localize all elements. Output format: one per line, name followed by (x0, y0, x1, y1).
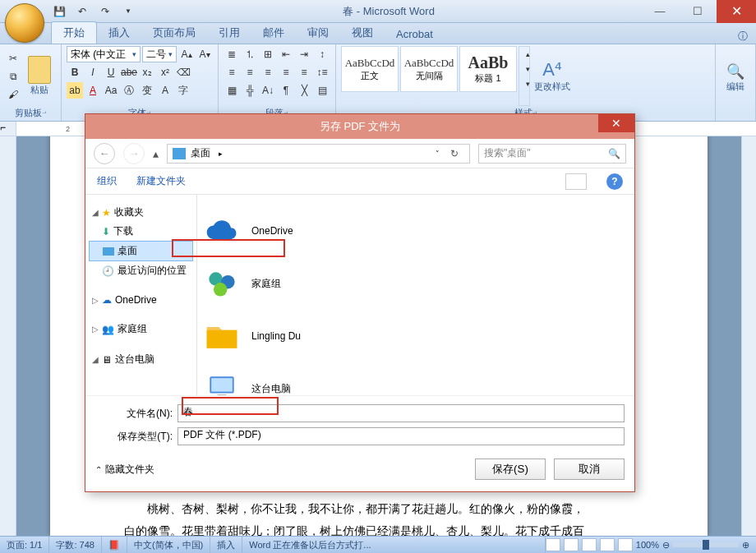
bold-button[interactable]: B (67, 64, 83, 81)
address-bar[interactable]: 桌面 ▸ ˅ ↻ (167, 144, 470, 164)
format-painter-icon[interactable]: 🖌 (5, 86, 21, 103)
line-spacing-button[interactable]: ↕≡ (314, 64, 330, 81)
underline-button[interactable]: U (103, 64, 119, 81)
zoom-slider[interactable] (673, 542, 739, 547)
multilevel-list-button[interactable]: ⊞ (260, 46, 276, 62)
content-item-onedrive[interactable]: OneDrive (204, 205, 628, 257)
distributed-button[interactable]: ≡ (296, 64, 312, 81)
strikethrough-button[interactable]: abe (121, 64, 137, 81)
content-item-homegroup[interactable]: 家庭组 (204, 257, 628, 310)
numbering-button[interactable]: ⒈ (242, 46, 258, 62)
copy-icon[interactable]: ⧉ (5, 68, 21, 85)
qat-dropdown-icon[interactable]: ▼ (120, 3, 136, 20)
new-folder-button[interactable]: 新建文件夹 (136, 174, 186, 188)
search-input[interactable]: 搜索"桌面" 🔍 (478, 144, 626, 164)
filename-input[interactable]: 春 (177, 404, 625, 422)
vertical-ruler[interactable] (0, 136, 16, 536)
redo-icon[interactable]: ↷ (97, 3, 113, 20)
tab-insert[interactable]: 插入 (97, 22, 141, 44)
style-no-spacing[interactable]: AaBbCcDd 无间隔 (400, 46, 458, 92)
italic-button[interactable]: I (85, 64, 101, 81)
align-left-button[interactable]: ≡ (224, 64, 240, 81)
zoom-in-button[interactable]: ⊕ (742, 540, 749, 551)
maximize-button[interactable]: ☐ (679, 0, 717, 23)
view-web-icon[interactable] (582, 538, 597, 551)
subscript-button[interactable]: x₂ (139, 64, 155, 81)
help-button[interactable]: ? (606, 173, 623, 190)
cancel-button[interactable]: 取消 (554, 459, 625, 480)
char-border-button[interactable]: Ⓐ (121, 82, 137, 99)
font-size-combo[interactable]: 二号▾ (142, 46, 177, 62)
highlight-color-button[interactable]: ab (67, 82, 83, 99)
text-direction-button[interactable]: ↕ (314, 46, 330, 62)
hide-folders-button[interactable]: ⌃隐藏文件夹 (95, 463, 154, 477)
change-styles-button[interactable]: A⁴ 更改样式 (532, 46, 573, 106)
clear-format-icon[interactable]: ⌫ (175, 64, 191, 81)
justify-button[interactable]: ≡ (278, 64, 294, 81)
show-marks-button[interactable]: ¶ (278, 82, 294, 99)
vertical-scrollbar[interactable] (741, 136, 756, 536)
view-draft-icon[interactable] (618, 538, 633, 551)
align-right-button[interactable]: ≡ (260, 64, 276, 81)
tree-thispc[interactable]: ◢🖥这台电脑 (89, 350, 193, 369)
tree-recent[interactable]: 🕘最近访问的位置 (89, 261, 193, 280)
addr-dropdown-icon[interactable]: ˅ (436, 150, 440, 158)
sort-button[interactable]: A↓ (260, 82, 276, 99)
savetype-combo[interactable]: PDF 文件 (*.PDF) (177, 427, 625, 445)
font-color-button[interactable]: A (85, 82, 101, 99)
clipboard-group-label[interactable]: 剪贴板 (5, 106, 56, 121)
status-words[interactable]: 字数: 748 (49, 537, 101, 553)
enclosed-char-button[interactable]: A (157, 82, 173, 99)
shading-button[interactable]: ▦ (224, 82, 240, 99)
zoom-out-button[interactable]: ⊖ (662, 540, 670, 551)
status-proofing-icon[interactable]: 📕 (102, 537, 127, 553)
editing-button[interactable]: 🔍 编辑 (721, 46, 750, 108)
view-options-button[interactable] (565, 173, 587, 190)
view-outline-icon[interactable] (600, 538, 615, 551)
increase-indent-button[interactable]: ⇥ (296, 46, 312, 62)
save-button[interactable]: 保存(S) (475, 459, 546, 480)
tree-favorites[interactable]: ◢★收藏夹 (89, 203, 193, 222)
save-icon[interactable]: 💾 (51, 3, 67, 20)
snap-grid-button[interactable]: ▤ (314, 82, 330, 99)
office-button[interactable] (5, 3, 44, 43)
style-normal[interactable]: AaBbCcDd 正文 (341, 46, 399, 92)
folder-content[interactable]: OneDrive 家庭组 Lingling Du 这台电脑 (197, 195, 634, 395)
refresh-icon[interactable]: ↻ (445, 148, 464, 159)
nav-back-button[interactable]: ← (94, 143, 115, 164)
align-center-button[interactable]: ≡ (242, 64, 258, 81)
tree-onedrive[interactable]: ▷☁OneDrive (89, 292, 193, 308)
grow-font-icon[interactable]: A▴ (178, 46, 195, 62)
borders-button[interactable]: ╬ (242, 82, 258, 99)
dialog-close-button[interactable]: ✕ (598, 114, 634, 132)
tab-review[interactable]: 审阅 (296, 22, 340, 44)
cut-icon[interactable]: ✂ (5, 50, 21, 67)
tree-desktop[interactable]: 桌面 (89, 241, 193, 261)
tab-home[interactable]: 开始 (51, 21, 97, 44)
tab-references[interactable]: 引用 (207, 22, 251, 44)
change-case-button[interactable]: Aa (103, 82, 119, 99)
char-shading-button[interactable]: 字 (175, 82, 191, 99)
shrink-font-icon[interactable]: A▾ (196, 46, 213, 62)
asian-layout-button[interactable]: ╳ (296, 82, 312, 99)
tab-selector[interactable]: ⌐ (0, 122, 16, 136)
status-language[interactable]: 中文(简体，中国) (127, 537, 210, 553)
tab-view[interactable]: 视图 (340, 22, 385, 44)
nav-up-icon[interactable]: ▴ (153, 147, 159, 160)
close-button[interactable]: ✕ (717, 0, 756, 23)
style-heading1[interactable]: AaBb 标题 1 (459, 46, 517, 92)
bullets-button[interactable]: ≣ (224, 46, 240, 62)
view-fullscreen-icon[interactable] (564, 538, 579, 551)
status-page[interactable]: 页面: 1/1 (0, 537, 49, 553)
content-item-user[interactable]: Lingling Du (204, 310, 628, 362)
tab-acrobat[interactable]: Acrobat (385, 25, 445, 44)
zoom-level[interactable]: 100% (636, 540, 659, 550)
undo-icon[interactable]: ↶ (74, 3, 90, 20)
phonetic-guide-button[interactable]: 变 (139, 82, 155, 99)
tab-layout[interactable]: 页面布局 (141, 22, 207, 44)
tab-mailings[interactable]: 邮件 (251, 22, 296, 44)
view-print-layout-icon[interactable] (546, 538, 560, 551)
organize-button[interactable]: 组织 (97, 174, 117, 188)
decrease-indent-button[interactable]: ⇤ (278, 46, 294, 62)
font-name-combo[interactable]: 宋体 (中文正▾ (67, 46, 141, 62)
